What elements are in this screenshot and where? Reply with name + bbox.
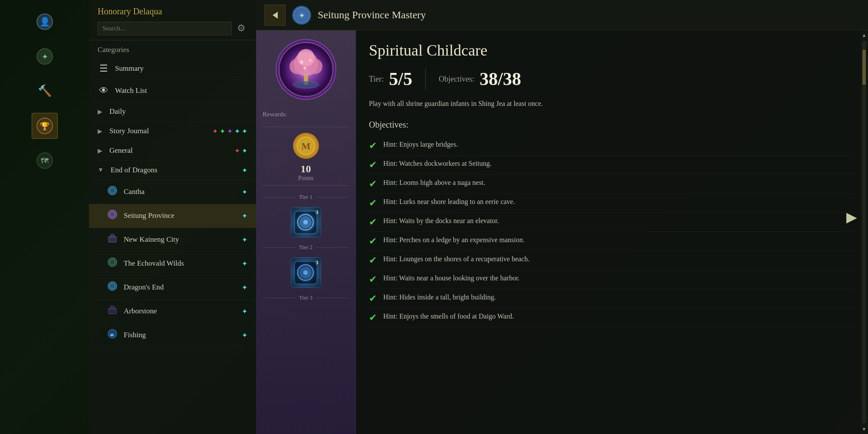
sidebar-header: Honorary Delaqua ⚙ [89,0,256,40]
svg-point-32 [300,60,303,64]
sidebar-item-label: Seitung Province [124,211,237,220]
svg-text:✦: ✦ [41,53,48,61]
expand-arrow-icon: ▶ [98,128,102,135]
mastery-emblem [276,39,336,100]
sidebar-item-summary[interactable]: ☰ Summary [89,58,256,80]
objectives-value: 38/38 [480,69,521,89]
sidebar-item-general[interactable]: ▶ General ✦ ✦ [89,141,256,161]
character-name: Honorary Delaqua [98,7,247,16]
check-icon: ✔ [369,312,377,323]
objective-item: ✔ Hint: Perches on a ledge by an expensi… [369,232,855,251]
tier-1-count: 3 [316,209,319,216]
badge-star-red: ✦ [234,147,240,155]
svg-point-17 [108,282,117,290]
objective-item: ✔ Hint: Waits near a house looking over … [369,270,855,289]
svg-point-15 [108,258,117,266]
arborstone-icon [106,305,118,318]
reward-divider-mid [263,185,349,186]
right-nav-arrow[interactable]: ▶ [846,209,857,225]
badge-star-cyan: ✦ [242,260,247,268]
badge-group: ✦ [242,283,247,292]
settings-gear-icon[interactable]: ⚙ [235,21,247,36]
badge-group: ✦ [242,236,247,244]
back-button[interactable] [265,5,286,26]
badge-group: ✦ ✦ [234,147,247,155]
sidebar-item-echovald[interactable]: The Echovald Wilds ✦ [89,252,256,276]
svg-marker-23 [273,12,278,19]
sidebar-item-fishing[interactable]: 🐟 Fishing ✦ [89,323,256,347]
icon-bar-compass[interactable]: ✦ [32,43,58,69]
sidebar-panel: Honorary Delaqua ⚙ Categories ☰ Summary … [89,0,256,434]
tier-line-right [316,298,349,298]
sidebar-item-daily[interactable]: ▶ Daily [89,102,256,122]
icon-bar-map[interactable]: 🗺 [32,148,58,174]
reward-points-label: Points [298,175,313,182]
svg-text:🔨: 🔨 [38,84,52,98]
svg-rect-20 [111,306,114,309]
check-icon: ✔ [369,178,377,190]
search-input[interactable] [98,22,232,35]
badge-star-cyan-2: ✦ [242,127,247,135]
scroll-up-arrow[interactable]: ▲ [860,30,868,40]
sidebar-item-seitung-province[interactable]: Seitung Province ✦ [89,204,256,228]
mastery-title-icon: ✦ [292,6,311,25]
sidebar-item-arborstone[interactable]: Arborstone ✦ [89,299,256,323]
expand-down-arrow-icon: ▼ [98,167,104,174]
svg-text:🗺: 🗺 [41,157,49,165]
sidebar-item-dragons-end[interactable]: Dragon's End ✦ [89,276,256,299]
objective-item: ✔ Hint: Waits by the docks near an eleva… [369,213,855,232]
objective-text: Hint: Enjoys the smells of food at Daigo… [383,312,514,321]
tier-value: 5/5 [389,69,412,89]
objective-text: Hint: Perches on a ledge by an expensive… [383,235,525,245]
objective-text: Hint: Lurks near shore leading to an eer… [383,197,515,207]
echovald-icon [106,257,118,270]
tier-2-reward-icon: 3 [291,257,321,288]
detail-panel: Spiritual Childcare Tier: 5/5 Objectives… [356,30,868,434]
stats-row: Tier: 5/5 Objectives: 38/38 [369,68,855,90]
check-icon: ✔ [369,293,377,304]
badge-star-cyan: ✦ [242,236,247,244]
tier-3-divider: Tier 3 [263,294,349,301]
sidebar-item-watchlist[interactable]: 👁 Watch List [89,80,256,102]
sidebar-item-cantha[interactable]: Cantha ✦ [89,180,256,204]
watchlist-icon: 👁 [98,85,110,96]
sidebar-item-new-kaineng[interactable]: New Kaineng City ✦ [89,228,256,252]
tier-label: Tier: [369,75,384,84]
tier-line-left [263,298,296,298]
badge-star-cyan: ✦ [242,147,247,155]
icon-bar-character[interactable]: 👤 [32,9,58,35]
scroll-down-arrow[interactable]: ▼ [860,424,868,434]
icon-bar-achievements[interactable]: 🏆 [32,113,58,139]
badge-star-red: ✦ [212,127,218,135]
badge-star-cyan: ✦ [242,212,247,220]
tier-2-label: Tier 2 [299,244,312,251]
objective-item: ✔ Hint: Enjoys large bridges. [369,136,855,155]
svg-point-42 [303,220,308,224]
objective-text: Hint: Waits near a house looking over th… [383,273,519,283]
check-icon: ✔ [369,255,377,266]
badge-star-cyan: ✦ [242,331,247,339]
svg-rect-14 [111,234,114,237]
dragons-end-icon [106,281,118,294]
scrollbar-track [862,41,866,423]
check-icon: ✔ [369,159,377,171]
sidebar-item-label: Fishing [124,331,237,339]
icon-bar-hammer[interactable]: 🔨 [32,78,58,104]
sidebar-item-end-of-dragons[interactable]: ▼ End of Dragons ✦ [89,161,256,180]
cantha-icon [106,185,118,198]
sidebar-item-label: The Echovald Wilds [124,259,237,268]
badge-star-cyan: ✦ [242,166,247,174]
objective-text: Hint: Looms high above a naga nest. [383,178,485,187]
svg-point-11 [108,210,117,219]
sidebar-item-label: Story Journal [109,127,207,135]
objectives-list: ✔ Hint: Enjoys large bridges. ✔ Hint: Wa… [369,136,855,327]
sidebar-list: ☰ Summary 👁 Watch List ▶ Daily ▶ Story J… [89,58,256,434]
tier-3-label: Tier 3 [299,294,312,301]
sidebar-item-story-journal[interactable]: ▶ Story Journal ✦ ✦ ✦ ✦ ✦ [89,122,256,141]
check-icon: ✔ [369,217,377,228]
objective-text: Hint: Lounges on the shores of a recuper… [383,254,529,264]
reward-points-value: 10 [301,163,311,175]
objective-text: Hint: Waits by the docks near an elevato… [383,216,499,226]
panel-title: Seitung Province Mastery [318,9,426,21]
scrollbar-thumb[interactable] [862,50,866,85]
